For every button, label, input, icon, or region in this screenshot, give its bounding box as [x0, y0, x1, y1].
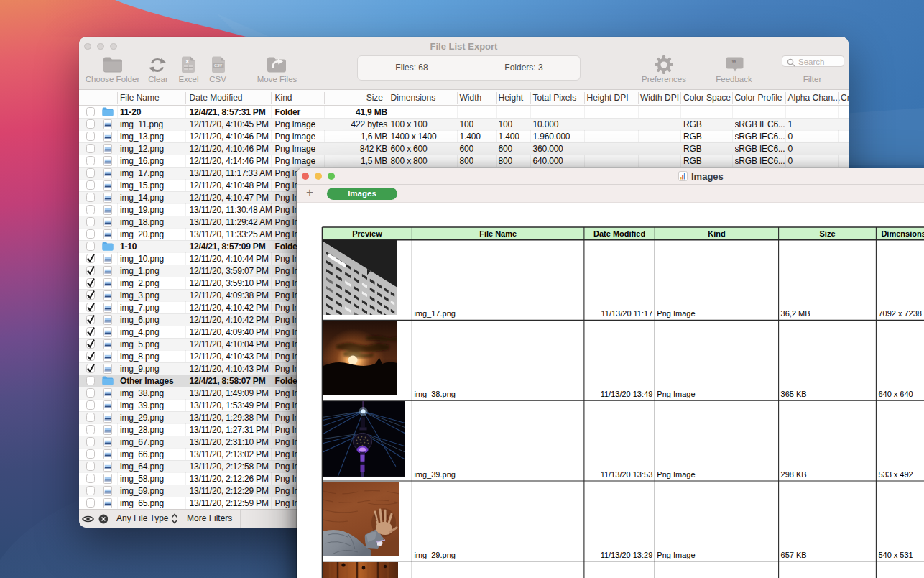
svg-text:X: X — [185, 58, 190, 65]
svg-text:CSV: CSV — [214, 63, 222, 68]
svg-text:”: ” — [731, 58, 736, 68]
